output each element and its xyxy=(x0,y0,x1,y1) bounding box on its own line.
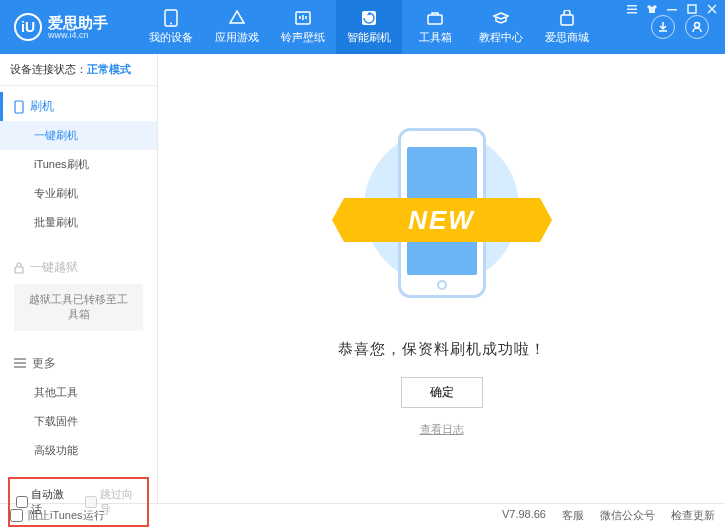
wallpaper-icon xyxy=(293,9,313,27)
nav-label: 爱思商城 xyxy=(545,30,589,45)
user-button[interactable] xyxy=(685,15,709,39)
connection-status: 设备连接状态：正常模式 xyxy=(0,54,157,86)
svg-rect-3 xyxy=(667,9,677,11)
nav-label: 铃声壁纸 xyxy=(281,30,325,45)
footer-link-wechat[interactable]: 微信公众号 xyxy=(600,508,655,523)
sidebar-item-pro-flash[interactable]: 专业刷机 xyxy=(0,179,157,208)
checkbox-input xyxy=(85,496,97,508)
checkbox-label: 阻止iTunes运行 xyxy=(28,508,105,523)
nav-toolbox[interactable]: 工具箱 xyxy=(402,0,468,54)
nav-label: 应用游戏 xyxy=(215,30,259,45)
logo-icon: iU xyxy=(14,13,42,41)
sidebar-item-download-firmware[interactable]: 下载固件 xyxy=(0,407,157,436)
phone-icon xyxy=(14,100,24,114)
success-message: 恭喜您，保资料刷机成功啦！ xyxy=(338,340,546,359)
sidebar-item-advanced[interactable]: 高级功能 xyxy=(0,436,157,465)
svg-rect-12 xyxy=(15,101,23,113)
sidebar-item-itunes-flash[interactable]: iTunes刷机 xyxy=(0,150,157,179)
footer-link-support[interactable]: 客服 xyxy=(562,508,584,523)
nav-label: 工具箱 xyxy=(419,30,452,45)
apps-icon xyxy=(227,9,247,27)
checkbox-input[interactable] xyxy=(10,509,23,522)
logo-url: www.i4.cn xyxy=(48,30,108,40)
app-header: iU 爱思助手 www.i4.cn 我的设备 应用游戏 铃声壁纸 智能刷机 工具… xyxy=(0,0,725,54)
download-button[interactable] xyxy=(651,15,675,39)
sidebar-head-label: 刷机 xyxy=(30,98,54,115)
logo-title: 爱思助手 xyxy=(48,15,108,30)
maximize-icon[interactable] xyxy=(685,2,699,16)
skin-icon[interactable] xyxy=(645,2,659,16)
ok-button[interactable]: 确定 xyxy=(401,377,483,408)
window-controls xyxy=(625,2,719,16)
lock-icon xyxy=(14,262,24,274)
sidebar-head-flash[interactable]: 刷机 xyxy=(0,92,157,121)
sidebar-head-more[interactable]: 更多 xyxy=(0,349,157,378)
nav-label: 智能刷机 xyxy=(347,30,391,45)
close-icon[interactable] xyxy=(705,2,719,16)
list-icon xyxy=(14,358,26,368)
header-actions xyxy=(651,15,717,39)
sidebar-head-jailbreak: 一键越狱 xyxy=(0,253,157,282)
minimize-icon[interactable] xyxy=(665,2,679,16)
version-label: V7.98.66 xyxy=(502,508,546,523)
nav-apps[interactable]: 应用游戏 xyxy=(204,0,270,54)
status-label: 设备连接状态： xyxy=(10,63,87,75)
sidebar-jailbreak-note[interactable]: 越狱工具已转移至工具箱 xyxy=(14,284,143,331)
nav-my-device[interactable]: 我的设备 xyxy=(138,0,204,54)
nav-flash[interactable]: 智能刷机 xyxy=(336,0,402,54)
sidebar-item-oneclick-flash[interactable]: 一键刷机 xyxy=(0,121,157,150)
status-mode: 正常模式 xyxy=(87,63,131,75)
sidebar: 设备连接状态：正常模式 刷机 一键刷机 iTunes刷机 专业刷机 批量刷机 一… xyxy=(0,54,158,503)
sidebar-item-other-tools[interactable]: 其他工具 xyxy=(0,378,157,407)
main-nav: 我的设备 应用游戏 铃声壁纸 智能刷机 工具箱 教程中心 爱思商城 xyxy=(138,0,651,54)
sidebar-item-batch-flash[interactable]: 批量刷机 xyxy=(0,208,157,237)
nav-label: 我的设备 xyxy=(149,30,193,45)
nav-tutorials[interactable]: 教程中心 xyxy=(468,0,534,54)
app-logo: iU 爱思助手 www.i4.cn xyxy=(8,13,138,41)
new-ribbon: NEW xyxy=(344,198,540,242)
svg-rect-9 xyxy=(428,15,442,24)
checkbox-label: 跳过向导 xyxy=(100,487,142,517)
tutorial-icon xyxy=(491,9,511,27)
checkbox-input[interactable] xyxy=(16,496,28,508)
svg-rect-10 xyxy=(561,15,573,25)
svg-point-6 xyxy=(170,23,172,25)
store-icon xyxy=(557,9,577,27)
svg-rect-0 xyxy=(627,5,637,7)
toolbox-icon xyxy=(425,9,445,27)
nav-ringtones[interactable]: 铃声壁纸 xyxy=(270,0,336,54)
block-itunes-checkbox[interactable]: 阻止iTunes运行 xyxy=(10,508,105,523)
svg-rect-4 xyxy=(688,5,696,13)
main-content: NEW 恭喜您，保资料刷机成功啦！ 确定 查看日志 xyxy=(158,54,725,503)
nav-label: 教程中心 xyxy=(479,30,523,45)
menu-icon[interactable] xyxy=(625,2,639,16)
view-log-link[interactable]: 查看日志 xyxy=(420,422,464,437)
svg-rect-2 xyxy=(627,12,637,14)
svg-point-11 xyxy=(695,23,700,28)
svg-rect-13 xyxy=(15,267,23,273)
success-illustration: NEW xyxy=(352,120,532,320)
footer-link-update[interactable]: 检查更新 xyxy=(671,508,715,523)
sidebar-head-label: 一键越狱 xyxy=(30,259,78,276)
svg-rect-1 xyxy=(627,9,637,11)
sidebar-head-label: 更多 xyxy=(32,355,56,372)
flash-icon xyxy=(359,9,379,27)
device-icon xyxy=(161,9,181,27)
nav-store[interactable]: 爱思商城 xyxy=(534,0,600,54)
